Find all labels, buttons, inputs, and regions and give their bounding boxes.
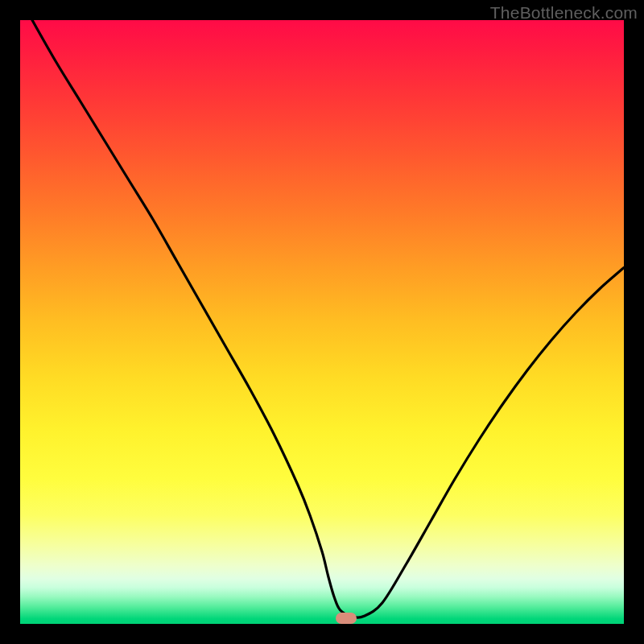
watermark-text: TheBottleneck.com <box>490 3 638 23</box>
chart-container: TheBottleneck.com <box>0 0 644 644</box>
curve-layer <box>20 20 624 624</box>
bottleneck-curve <box>32 20 624 617</box>
trough-marker <box>336 613 357 624</box>
plot-area <box>20 20 624 624</box>
